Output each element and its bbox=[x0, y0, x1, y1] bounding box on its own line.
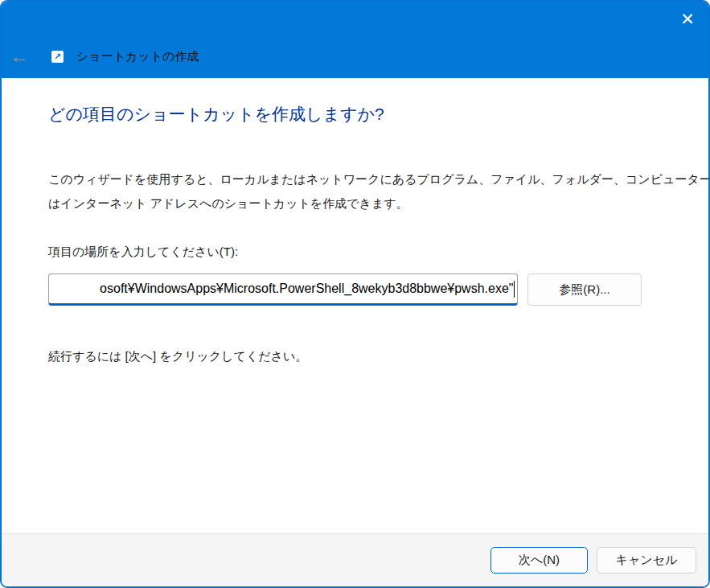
wizard-footer: 次へ(N) キャンセル bbox=[2, 533, 708, 586]
shortcut-overlay-icon: ↗ bbox=[51, 51, 64, 63]
create-shortcut-wizard-window: ✕ ← ↗ ショートカットの作成 どの項目のショートカットを作成しますか? この… bbox=[0, 0, 710, 588]
location-input[interactable]: osoft¥WindowsApps¥Microsoft.PowerShell_8… bbox=[48, 273, 518, 306]
page-title: どの項目のショートカットを作成しますか? bbox=[48, 103, 384, 125]
location-input-value[interactable]: osoft¥WindowsApps¥Microsoft.PowerShell_8… bbox=[49, 282, 514, 296]
header-row: ← ↗ ショートカットの作成 bbox=[0, 43, 710, 69]
description-line-1: このウィザードを使用すると、ローカルまたはネットワークにあるプログラム、ファイル… bbox=[48, 167, 683, 191]
browse-button[interactable]: 参照(R)... bbox=[527, 273, 642, 306]
next-button[interactable]: 次へ(N) bbox=[490, 547, 588, 574]
text-caret bbox=[514, 281, 515, 298]
location-input-label: 項目の場所を入力してください(T): bbox=[48, 245, 238, 260]
wizard-description: このウィザードを使用すると、ローカルまたはネットワークにあるプログラム、ファイル… bbox=[48, 167, 683, 216]
back-icon[interactable]: ← bbox=[10, 47, 32, 66]
close-icon[interactable]: ✕ bbox=[671, 5, 704, 32]
footer-buttons: 次へ(N) キャンセル bbox=[490, 547, 696, 574]
wizard-header: ✕ ← ↗ ショートカットの作成 bbox=[0, 0, 710, 78]
cancel-button[interactable]: キャンセル bbox=[597, 547, 696, 574]
continue-hint-text: 続行するには [次へ] をクリックしてください。 bbox=[48, 349, 307, 364]
window-title: ショートカットの作成 bbox=[76, 49, 199, 64]
description-line-2: はインターネット アドレスへのショートカットを作成できます。 bbox=[48, 191, 683, 216]
